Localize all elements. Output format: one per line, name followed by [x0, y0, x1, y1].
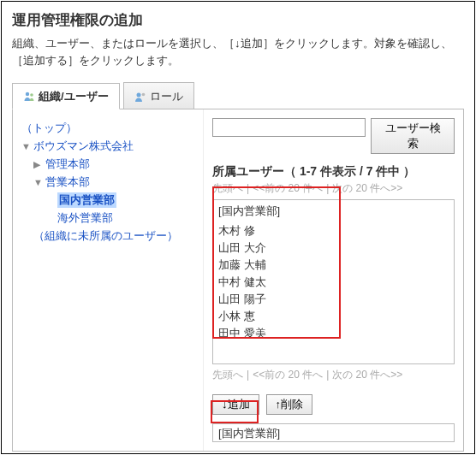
pager-prev[interactable]: <<前の 20 件へ — [253, 369, 323, 381]
list-item[interactable]: 中村 健太 — [218, 274, 449, 291]
remove-button[interactable]: ↑削除 — [266, 394, 313, 415]
pager-next[interactable]: 次の 20 件へ>> — [332, 369, 402, 381]
page-description: 組織、ユーザー、またはロールを選択し、［↓追加］をクリックします。対象を確認し、… — [12, 35, 464, 68]
role-icon — [134, 91, 146, 103]
list-item[interactable]: 木村 修 — [218, 222, 449, 239]
tree-domestic-sales[interactable]: 国内営業部 — [45, 192, 194, 208]
user-list-heading: 所属ユーザー（ 1-7 件表示 / 7 件中 ） — [212, 164, 455, 180]
list-item[interactable]: 山田 大介 — [218, 239, 449, 257]
user-search-input[interactable] — [212, 118, 366, 137]
triangle-down-icon: ▼ — [33, 177, 42, 187]
svg-point-2 — [136, 92, 140, 97]
svg-point-0 — [26, 92, 29, 96]
selected-listbox[interactable]: [国内営業部] — [212, 423, 455, 442]
pager-first[interactable]: 先頭へ — [212, 369, 243, 381]
svg-point-1 — [30, 93, 33, 97]
list-item[interactable]: 山田 陽子 — [218, 291, 449, 308]
user-list-pager-bottom: 先頭へ|<<前の 20 件へ|次の 20 件へ>> — [212, 368, 455, 382]
tree-admin[interactable]: ▶管理本部 — [33, 157, 194, 172]
org-tree: （トップ） ▼ボウズマン株式会社 ▶管理本部 ▼営業本部 国内営業部 海外営業部… — [13, 109, 203, 451]
tab-bar: 組織/ユーザー ロール — [12, 82, 464, 109]
user-list-pager-top: 先頭へ|<<前の 20 件へ|次の 20 件へ>> — [212, 181, 455, 196]
selected-group-label: [国内営業部] — [218, 427, 280, 440]
user-search-button[interactable]: ユーザー検索 — [371, 118, 455, 154]
list-item[interactable]: 田中 愛美 — [218, 325, 449, 342]
list-item[interactable]: 小林 恵 — [218, 308, 449, 325]
pager-prev[interactable]: <<前の 20 件へ — [253, 182, 323, 194]
tree-company[interactable]: ▼ボウズマン株式会社 — [21, 139, 194, 154]
svg-point-3 — [141, 92, 145, 96]
org-user-icon — [23, 91, 35, 103]
tree-overseas-sales[interactable]: 海外営業部 — [45, 210, 194, 226]
user-listbox[interactable]: [国内営業部] 木村 修 山田 大介 加藤 大輔 中村 健太 山田 陽子 小林 … — [212, 199, 455, 364]
tab-org-user-label: 組織/ユーザー — [39, 89, 109, 104]
pager-next[interactable]: 次の 20 件へ>> — [332, 182, 402, 194]
add-button[interactable]: ↓追加 — [212, 394, 259, 415]
pager-first[interactable]: 先頭へ — [212, 182, 243, 194]
triangle-down-icon: ▼ — [21, 141, 30, 151]
list-item[interactable]: 加藤 大輔 — [218, 257, 449, 274]
tab-role-label: ロール — [150, 89, 183, 104]
tree-unassigned[interactable]: （組織に未所属のユーザー） — [33, 228, 194, 244]
triangle-right-icon: ▶ — [33, 159, 42, 170]
tree-sales[interactable]: ▼営業本部 — [33, 174, 194, 190]
tab-org-user[interactable]: 組織/ユーザー — [12, 83, 120, 109]
tab-role[interactable]: ロール — [123, 82, 194, 109]
list-group-label: [国内営業部] — [218, 204, 449, 219]
page-title: 運用管理権限の追加 — [12, 10, 464, 30]
tree-top[interactable]: （トップ） — [21, 121, 194, 136]
